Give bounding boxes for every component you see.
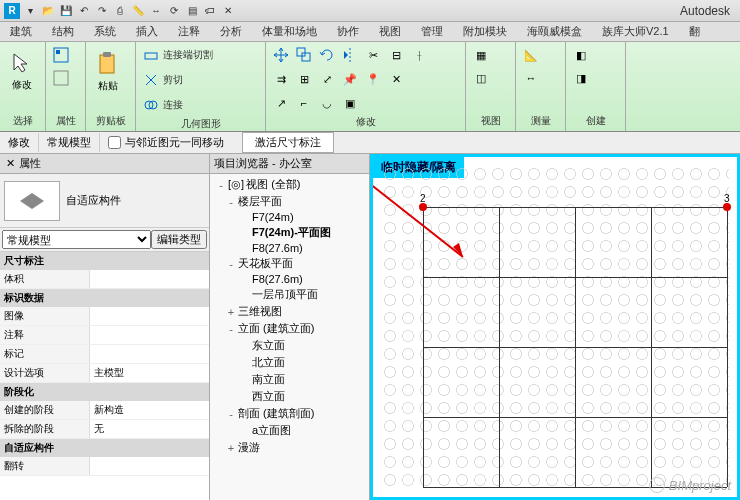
prop-row[interactable]: 图像 (0, 307, 209, 326)
qat-new-icon[interactable]: ▾ (22, 3, 38, 19)
split-icon[interactable]: ⟊ (408, 44, 430, 66)
tree-node[interactable]: -天花板平面 (212, 255, 367, 272)
move-with-nearby-checkbox[interactable]: 与邻近图元一同移动 (100, 133, 232, 152)
pin-icon[interactable]: 📌 (339, 68, 361, 90)
props-icon[interactable] (50, 44, 72, 66)
tab-manage[interactable]: 管理 (411, 22, 453, 41)
tree-node[interactable]: 南立面 (212, 371, 367, 388)
prop-row[interactable]: 注释 (0, 326, 209, 345)
qat-measure-icon[interactable]: 📏 (130, 3, 146, 19)
cut-icon[interactable] (140, 69, 162, 91)
qat-close-icon[interactable]: ✕ (220, 3, 236, 19)
tree-node[interactable]: -立面 (建筑立面) (212, 320, 367, 337)
tree-node[interactable]: F8(27.6m) (212, 272, 367, 286)
create-icon[interactable]: ◧ (570, 44, 592, 66)
tree-node[interactable]: 东立面 (212, 337, 367, 354)
context-modify[interactable]: 修改 (0, 133, 39, 152)
join-icon[interactable] (140, 94, 162, 116)
array-icon[interactable]: ⊞ (293, 68, 315, 90)
view-icon[interactable]: ▦ (470, 44, 492, 66)
close-icon[interactable]: ✕ (6, 157, 15, 170)
prop-row[interactable]: 设计选项主模型 (0, 364, 209, 383)
edit-type-button[interactable]: 编辑类型 (151, 230, 207, 249)
panel-view-label: 视图 (470, 113, 511, 129)
panel-props-label: 属性 (50, 113, 81, 129)
qat-print-icon[interactable]: ⎙ (112, 3, 128, 19)
qat-open-icon[interactable]: 📂 (40, 3, 56, 19)
rotate-icon[interactable] (316, 44, 338, 66)
tab-struct[interactable]: 结构 (42, 22, 84, 41)
prop-row[interactable]: 拆除的阶段无 (0, 420, 209, 439)
tree-node[interactable]: -楼层平面 (212, 193, 367, 210)
qat-dim-icon[interactable]: ↔ (148, 3, 164, 19)
move-icon[interactable] (270, 44, 292, 66)
qat-save-icon[interactable]: 💾 (58, 3, 74, 19)
group-icon[interactable]: ▣ (339, 92, 361, 114)
tree-node[interactable]: +漫游 (212, 439, 367, 456)
dim-icon[interactable]: ↔ (520, 67, 542, 89)
properties-grid[interactable]: 尺寸标注体积标识数据图像注释标记设计选项主模型阶段化创建的阶段新构造拆除的阶段无… (0, 252, 209, 500)
tree-node[interactable]: 北立面 (212, 354, 367, 371)
paste-button[interactable]: 粘贴 (90, 44, 126, 100)
copy-icon[interactable] (293, 44, 315, 66)
hide-icon[interactable]: ◫ (470, 67, 492, 89)
tab-annotate[interactable]: 注释 (168, 22, 210, 41)
qat-undo-icon[interactable]: ↶ (76, 3, 92, 19)
extend-icon[interactable]: ↗ (270, 92, 292, 114)
cut-label: 剪切 (163, 73, 183, 87)
tree-node[interactable]: 西立面 (212, 388, 367, 405)
cope-icon[interactable] (140, 44, 162, 66)
modify-button[interactable]: 修改 (4, 44, 40, 100)
tree-node[interactable]: F8(27.6m) (212, 241, 367, 255)
tab-insert[interactable]: 插入 (126, 22, 168, 41)
project-tree[interactable]: -[◎]视图 (全部) -楼层平面F7(24m)F7(24m)-平面图F8(27… (210, 174, 369, 500)
props-title: 属性 (19, 156, 41, 171)
cope-label: 连接端切割 (163, 48, 213, 62)
tab-more[interactable]: 翻 (679, 22, 710, 41)
tree-node[interactable]: 一层吊顶平面 (212, 286, 367, 303)
tree-node[interactable]: +三维视图 (212, 303, 367, 320)
tab-collab[interactable]: 协作 (327, 22, 369, 41)
activate-dimensions-button[interactable]: 激活尺寸标注 (242, 132, 334, 153)
tree-node[interactable]: F7(24m)-平面图 (212, 224, 367, 241)
tab-hywmb[interactable]: 海颐威模盒 (517, 22, 592, 41)
tree-node[interactable]: a立面图 (212, 422, 367, 439)
prop-row[interactable]: 体积 (0, 270, 209, 289)
tab-analyze[interactable]: 分析 (210, 22, 252, 41)
filter-select[interactable]: 常规模型 (2, 230, 151, 249)
tab-mass[interactable]: 体量和场地 (252, 22, 327, 41)
qat-section-icon[interactable]: ▤ (184, 3, 200, 19)
tree-node[interactable]: F7(24m) (212, 210, 367, 224)
mirror-icon[interactable] (339, 44, 361, 66)
svg-rect-5 (145, 53, 157, 59)
tab-arch[interactable]: 建筑 (0, 22, 42, 41)
context-generic-model[interactable]: 常规模型 (39, 133, 100, 152)
tab-addins[interactable]: 附加模块 (453, 22, 517, 41)
tree-root[interactable]: 视图 (全部) (246, 177, 300, 192)
arc-icon[interactable]: ◡ (316, 92, 338, 114)
tab-system[interactable]: 系统 (84, 22, 126, 41)
prop-row[interactable]: 创建的阶段新构造 (0, 401, 209, 420)
qat-redo-icon[interactable]: ↷ (94, 3, 110, 19)
offset-icon[interactable]: ⇉ (270, 68, 292, 90)
trim-icon[interactable]: ✂ (362, 44, 384, 66)
prop-row[interactable]: 标记 (0, 345, 209, 364)
corner-icon[interactable]: ⌐ (293, 92, 315, 114)
tab-view[interactable]: 视图 (369, 22, 411, 41)
tab-family[interactable]: 族库大师V2.1 (592, 22, 679, 41)
grid-label-3: 3 (724, 193, 730, 204)
qat-tag-icon[interactable]: 🏷 (202, 3, 218, 19)
grid-point-2[interactable] (419, 203, 427, 211)
grid-point-3[interactable] (723, 203, 731, 211)
measure-icon[interactable]: 📐 (520, 44, 542, 66)
qat-sync-icon[interactable]: ⟳ (166, 3, 182, 19)
align-icon[interactable]: ⊟ (385, 44, 407, 66)
prop-row[interactable]: 翻转 (0, 457, 209, 476)
create2-icon[interactable]: ◨ (570, 67, 592, 89)
drawing-canvas[interactable]: 临时隐藏/隔离 2 3 ⋯BIMproject (370, 154, 740, 500)
type-props-icon[interactable] (50, 67, 72, 89)
scale-icon[interactable]: ⤢ (316, 68, 338, 90)
delete-icon[interactable]: ✕ (385, 68, 407, 90)
tree-node[interactable]: -剖面 (建筑剖面) (212, 405, 367, 422)
unpin-icon[interactable]: 📍 (362, 68, 384, 90)
